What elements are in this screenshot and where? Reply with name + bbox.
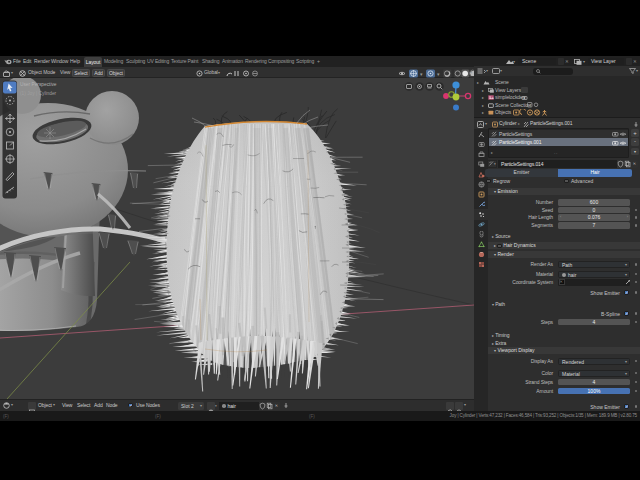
svg-text:User Perspective: User Perspective — [20, 82, 57, 87]
svg-text:▾: ▾ — [420, 71, 423, 77]
svg-text:▾: ▾ — [437, 71, 440, 77]
svg-text:(1) Joy | Cylinder: (1) Joy | Cylinder — [20, 91, 57, 96]
